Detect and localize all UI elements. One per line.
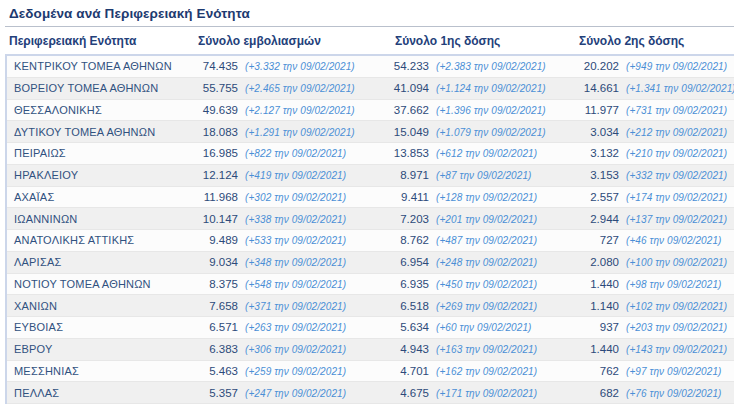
total-vaccinations-cell: 11.968 (+302 την 09/02/2021) (192, 191, 389, 203)
total-vaccinations-value: 11.968 (192, 191, 238, 203)
first-dose-cell: 41.094 (+1.124 την 09/02/2021) (389, 82, 579, 94)
first-dose-value: 4.675 (389, 387, 429, 399)
total-vaccinations-value: 55.755 (192, 82, 238, 94)
table-row: ΕΥΒΟΙΑΣ 6.571 (+263 την 09/02/2021) 5.63… (7, 317, 734, 339)
first-dose-value: 13.853 (389, 147, 429, 159)
first-dose-cell: 15.049 (+1.079 την 09/02/2021) (389, 126, 579, 138)
second-dose-value: 2.080 (579, 256, 619, 268)
first-dose-value: 4.943 (389, 343, 429, 355)
first-dose-value: 15.049 (389, 126, 429, 138)
first-dose-cell: 8.971 (+87 την 09/02/2021) (389, 169, 579, 181)
total-vaccinations-delta: (+3.332 την 09/02/2021) (245, 61, 355, 72)
total-vaccinations-cell: 16.985 (+822 την 09/02/2021) (192, 147, 389, 159)
region-name: ΧΑΝΙΩΝ (7, 300, 192, 312)
second-dose-cell: 20.202 (+949 την 09/02/2021) (579, 60, 734, 72)
total-vaccinations-value: 12.124 (192, 169, 238, 181)
total-vaccinations-value: 49.639 (192, 104, 238, 116)
second-dose-cell: 682 (+76 την 09/02/2021) (579, 387, 734, 399)
page-title: Δεδομένα ανά Περιφερειακή Ενότητα (5, 6, 250, 21)
second-dose-cell: 937 (+203 την 09/02/2021) (579, 321, 734, 333)
table-row: ΠΕΙΡΑΙΩΣ 16.985 (+822 την 09/02/2021) 13… (7, 143, 734, 165)
second-dose-value: 3.132 (579, 147, 619, 159)
col-header-total-vaccinations: Σύνολο εμβολιασμών (192, 34, 389, 48)
first-dose-delta: (+1.124 την 09/02/2021) (436, 83, 546, 94)
total-vaccinations-value: 9.489 (192, 234, 238, 246)
second-dose-value: 682 (579, 387, 619, 399)
second-dose-delta: (+210 την 09/02/2021) (626, 148, 727, 159)
first-dose-cell: 6.954 (+248 την 09/02/2021) (389, 256, 579, 268)
region-name: ΝΟΤΙΟΥ ΤΟΜΕΑ ΑΘΗΝΩΝ (7, 278, 192, 290)
first-dose-delta: (+1.079 την 09/02/2021) (436, 127, 546, 138)
first-dose-value: 4.701 (389, 365, 429, 377)
total-vaccinations-value: 9.034 (192, 256, 238, 268)
second-dose-delta: (+203 την 09/02/2021) (626, 322, 727, 333)
second-dose-cell: 3.153 (+332 την 09/02/2021) (579, 169, 734, 181)
total-vaccinations-cell: 74.435 (+3.332 την 09/02/2021) (192, 60, 389, 72)
first-dose-cell: 6.518 (+269 την 09/02/2021) (389, 300, 579, 312)
second-dose-delta: (+102 την 09/02/2021) (626, 301, 727, 312)
table-row: ΜΕΣΣΗΝΙΑΣ 5.463 (+259 την 09/02/2021) 4.… (7, 361, 734, 383)
total-vaccinations-delta: (+822 την 09/02/2021) (245, 148, 346, 159)
second-dose-delta: (+100 την 09/02/2021) (626, 257, 727, 268)
region-name: ΠΕΙΡΑΙΩΣ (7, 147, 192, 159)
first-dose-cell: 6.935 (+450 την 09/02/2021) (389, 278, 579, 290)
total-vaccinations-delta: (+302 την 09/02/2021) (245, 192, 346, 203)
table-row: ΑΝΑΤΟΛΙΚΗΣ ΑΤΤΙΚΗΣ 9.489 (+533 την 09/02… (7, 230, 734, 252)
second-dose-delta: (+212 την 09/02/2021) (626, 127, 727, 138)
total-vaccinations-delta: (+533 την 09/02/2021) (245, 235, 346, 246)
region-name: ΙΩΑΝΝΙΝΩΝ (7, 213, 192, 225)
region-name: ΘΕΣΣΑΛΟΝΙΚΗΣ (7, 104, 192, 116)
second-dose-value: 3.034 (579, 126, 619, 138)
first-dose-delta: (+248 την 09/02/2021) (436, 257, 537, 268)
first-dose-value: 6.954 (389, 256, 429, 268)
second-dose-value: 20.202 (579, 60, 619, 72)
second-dose-delta: (+137 την 09/02/2021) (626, 214, 727, 225)
first-dose-value: 6.518 (389, 300, 429, 312)
total-vaccinations-cell: 6.383 (+306 την 09/02/2021) (192, 343, 389, 355)
table-row: ΒΟΡΕΙΟΥ ΤΟΜΕΑ ΑΘΗΝΩΝ 55.755 (+2.465 την … (7, 78, 734, 100)
first-dose-cell: 4.701 (+162 την 09/02/2021) (389, 365, 579, 377)
region-name: ΑΝΑΤΟΛΙΚΗΣ ΑΤΤΙΚΗΣ (7, 234, 192, 246)
total-vaccinations-delta: (+247 την 09/02/2021) (245, 388, 346, 399)
first-dose-value: 7.203 (389, 213, 429, 225)
total-vaccinations-delta: (+371 την 09/02/2021) (245, 301, 346, 312)
region-name: ΕΒΡΟΥ (7, 343, 192, 355)
second-dose-delta: (+98 την 09/02/2021) (626, 279, 722, 290)
first-dose-delta: (+2.383 την 09/02/2021) (436, 61, 546, 72)
second-dose-cell: 3.034 (+212 την 09/02/2021) (579, 126, 734, 138)
total-vaccinations-cell: 6.571 (+263 την 09/02/2021) (192, 321, 389, 333)
region-name: ΒΟΡΕΙΟΥ ΤΟΜΕΑ ΑΘΗΝΩΝ (7, 82, 192, 94)
total-vaccinations-cell: 5.357 (+247 την 09/02/2021) (192, 387, 389, 399)
table-row: ΘΕΣΣΑΛΟΝΙΚΗΣ 49.639 (+2.127 την 09/02/20… (7, 100, 734, 122)
first-dose-cell: 13.853 (+612 την 09/02/2021) (389, 147, 579, 159)
table-row: ΔΥΤΙΚΟΥ ΤΟΜΕΑ ΑΘΗΝΩΝ 18.083 (+1.291 την … (7, 121, 734, 143)
first-dose-delta: (+612 την 09/02/2021) (436, 148, 537, 159)
second-dose-value: 3.153 (579, 169, 619, 181)
table-row: ΑΧΑΪΑΣ 11.968 (+302 την 09/02/2021) 9.41… (7, 187, 734, 209)
total-vaccinations-delta: (+419 την 09/02/2021) (245, 170, 346, 181)
second-dose-value: 1.440 (579, 278, 619, 290)
total-vaccinations-value: 16.985 (192, 147, 238, 159)
table-row: ΗΡΑΚΛΕΙΟΥ 12.124 (+419 την 09/02/2021) 8… (7, 165, 734, 187)
total-vaccinations-cell: 7.658 (+371 την 09/02/2021) (192, 300, 389, 312)
table-row: ΠΕΛΛΑΣ 5.357 (+247 την 09/02/2021) 4.675… (7, 382, 734, 404)
total-vaccinations-value: 10.147 (192, 213, 238, 225)
first-dose-value: 8.762 (389, 234, 429, 246)
second-dose-cell: 2.944 (+137 την 09/02/2021) (579, 213, 734, 225)
second-dose-delta: (+949 την 09/02/2021) (626, 61, 727, 72)
second-dose-value: 937 (579, 321, 619, 333)
table-header: Περιφερειακή Ενότητα Σύνολο εμβολιασμών … (5, 27, 734, 56)
first-dose-cell: 54.233 (+2.383 την 09/02/2021) (389, 60, 579, 72)
first-dose-delta: (+163 την 09/02/2021) (436, 344, 537, 355)
region-name: ΗΡΑΚΛΕΙΟΥ (7, 169, 192, 181)
title-bar: Δεδομένα ανά Περιφερειακή Ενότητα (5, 0, 734, 27)
first-dose-value: 9.411 (389, 191, 429, 203)
region-name: ΕΥΒΟΙΑΣ (7, 321, 192, 333)
total-vaccinations-cell: 10.147 (+338 την 09/02/2021) (192, 213, 389, 225)
second-dose-delta: (+143 την 09/02/2021) (626, 344, 727, 355)
total-vaccinations-cell: 9.034 (+348 την 09/02/2021) (192, 256, 389, 268)
second-dose-delta: (+97 την 09/02/2021) (626, 366, 722, 377)
total-vaccinations-cell: 18.083 (+1.291 την 09/02/2021) (192, 126, 389, 138)
total-vaccinations-delta: (+259 την 09/02/2021) (245, 366, 346, 377)
first-dose-cell: 4.943 (+163 την 09/02/2021) (389, 343, 579, 355)
